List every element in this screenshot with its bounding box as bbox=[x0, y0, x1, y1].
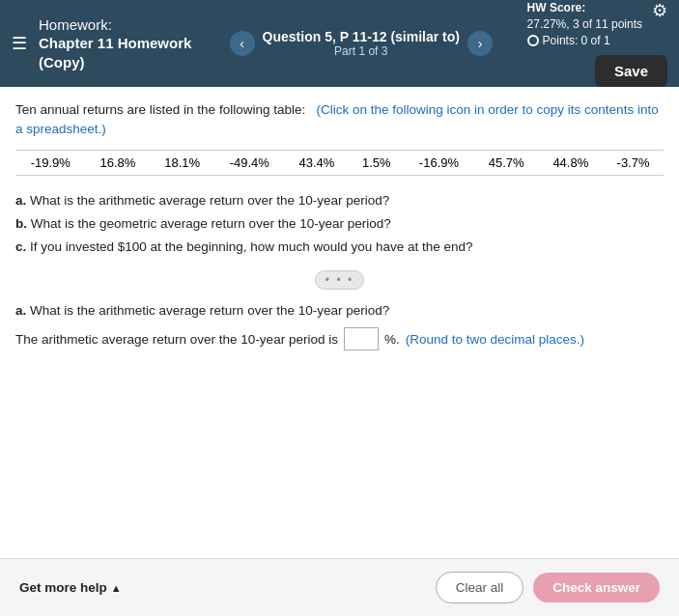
return-value-7: -16.9% bbox=[404, 150, 474, 175]
question-b-text: What is the geometric average return ove… bbox=[31, 216, 391, 231]
answer-text-before: The arithmetic average return over the 1… bbox=[15, 332, 338, 347]
answer-input[interactable] bbox=[344, 327, 379, 350]
points-circle-icon bbox=[527, 35, 539, 46]
return-value-3: 18.1% bbox=[150, 150, 214, 175]
question-a: a. What is the arithmetic average return… bbox=[15, 189, 664, 212]
return-value-4: -49.4% bbox=[214, 150, 285, 175]
return-value-1: -19.9% bbox=[15, 150, 86, 175]
hw-score-label: HW Score: bbox=[527, 0, 586, 16]
get-more-help-button[interactable]: Get more help ▲ bbox=[19, 580, 122, 595]
homework-prefix-label: Homework: bbox=[39, 16, 112, 33]
return-value-8: 45.7% bbox=[474, 150, 539, 175]
footer-right: Clear all Check answer bbox=[436, 572, 660, 603]
menu-icon[interactable]: ☰ bbox=[12, 33, 27, 54]
sub-question-label: a. bbox=[15, 303, 26, 318]
points-label: Points: 0 of 1 bbox=[543, 33, 610, 49]
question-nav: ‹ Question 5, P 11-12 (similar to) Part … bbox=[211, 29, 512, 58]
return-value-10: -3.7% bbox=[603, 150, 664, 175]
check-answer-button[interactable]: Check answer bbox=[533, 573, 660, 602]
returns-table: -19.9% 16.8% 18.1% -49.4% 43.4% 1.5% -16… bbox=[15, 150, 664, 176]
next-question-button[interactable]: › bbox=[467, 31, 493, 56]
question-title: Question 5, P 11-12 (similar to) bbox=[263, 29, 460, 44]
question-b-label: b. bbox=[15, 216, 27, 231]
homework-title: Chapter 11 Homework (Copy) bbox=[39, 35, 191, 70]
hw-score-block: HW Score: 27.27%, 3 of 11 points Points:… bbox=[527, 0, 642, 48]
points-row: Points: 0 of 1 bbox=[527, 33, 610, 49]
save-button[interactable]: Save bbox=[595, 55, 667, 87]
hw-score-value: 27.27%, 3 of 11 points bbox=[527, 16, 642, 33]
prev-question-button[interactable]: ‹ bbox=[230, 31, 255, 56]
return-value-2: 16.8% bbox=[86, 150, 151, 175]
question-nav-row: ‹ Question 5, P 11-12 (similar to) Part … bbox=[230, 29, 493, 58]
question-a-label: a. bbox=[15, 193, 26, 208]
problem-description-text: Ten annual returns are listed in the fol… bbox=[15, 102, 305, 117]
sub-question-title: a. What is the arithmetic average return… bbox=[15, 303, 664, 318]
question-c-text: If you invested $100 at the beginning, h… bbox=[30, 239, 473, 254]
part-label: Part 1 of 3 bbox=[263, 44, 460, 58]
table-row: -19.9% 16.8% 18.1% -49.4% 43.4% 1.5% -16… bbox=[15, 150, 664, 175]
divider-dots: • • • bbox=[315, 270, 364, 290]
return-value-6: 1.5% bbox=[349, 150, 404, 175]
get-more-help-label: Get more help bbox=[19, 580, 107, 595]
return-value-9: 44.8% bbox=[538, 150, 603, 175]
question-c-label: c. bbox=[15, 239, 26, 254]
return-value-5: 43.4% bbox=[285, 150, 350, 175]
header-title: Homework: Chapter 11 Homework (Copy) bbox=[39, 15, 203, 72]
question-a-text: What is the arithmetic average return ov… bbox=[30, 193, 389, 208]
sub-question-text-content: What is the arithmetic average return ov… bbox=[30, 303, 389, 318]
header: ☰ Homework: Chapter 11 Homework (Copy) ‹… bbox=[0, 0, 679, 87]
main-content: Ten annual returns are listed in the fol… bbox=[0, 87, 679, 558]
clear-all-button[interactable]: Clear all bbox=[436, 572, 524, 603]
question-c: c. If you invested $100 at the beginning… bbox=[15, 236, 664, 259]
questions-block: a. What is the arithmetic average return… bbox=[15, 189, 664, 260]
divider-row: • • • bbox=[15, 270, 664, 290]
header-right: HW Score: 27.27%, 3 of 11 points Points:… bbox=[527, 0, 667, 86]
get-more-help-arrow-icon: ▲ bbox=[111, 582, 122, 594]
problem-description: Ten annual returns are listed in the fol… bbox=[15, 100, 664, 140]
question-b: b. What is the geometric average return … bbox=[15, 212, 664, 236]
gear-icon[interactable]: ⚙ bbox=[652, 0, 667, 21]
round-note: (Round to two decimal places.) bbox=[406, 332, 584, 347]
footer: Get more help ▲ Clear all Check answer bbox=[0, 558, 679, 616]
answer-row: The arithmetic average return over the 1… bbox=[15, 327, 664, 350]
answer-text-after: %. bbox=[384, 332, 400, 347]
